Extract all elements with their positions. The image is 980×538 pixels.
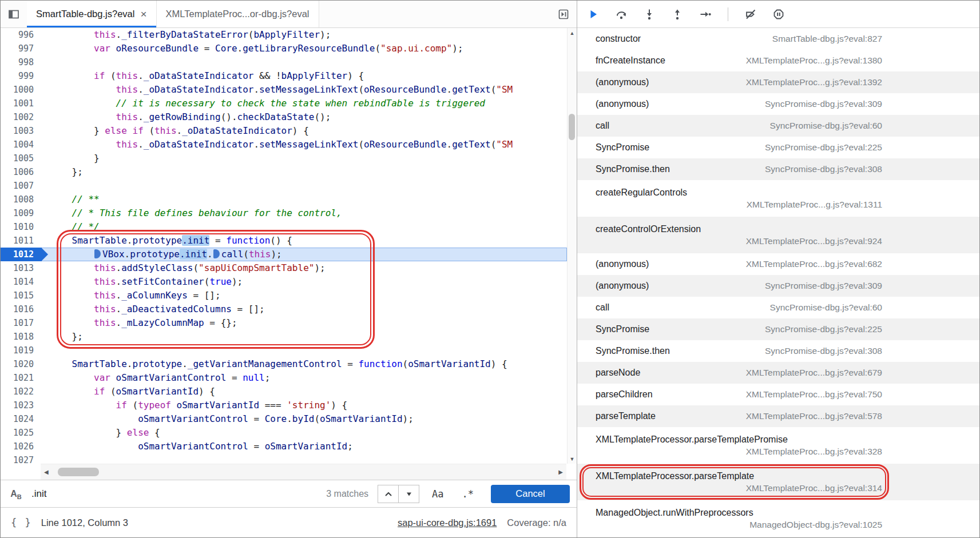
line-number[interactable]: 1005 xyxy=(1,152,42,165)
resume-button[interactable] xyxy=(586,7,600,21)
code-text[interactable]: this._getRowBinding().checkDataState(); xyxy=(42,110,567,124)
stack-frame[interactable]: createControlOrExtensionXMLTemplateProc.… xyxy=(577,217,979,253)
code-text[interactable]: // * This file defines behaviour for the… xyxy=(42,206,567,220)
code-line[interactable]: 1008 // ** xyxy=(1,193,567,206)
code-text[interactable]: var oResourceBundle = Core.getLibraryRes… xyxy=(42,42,567,55)
line-number[interactable]: 1022 xyxy=(1,385,42,398)
inline-breakpoint-marker-icon[interactable] xyxy=(94,249,101,258)
line-number[interactable]: 999 xyxy=(1,69,42,83)
code-text[interactable]: var oSmartVariantControl = null; xyxy=(42,371,567,385)
step-out-button[interactable] xyxy=(670,7,684,21)
deactivate-breakpoints-button[interactable] xyxy=(744,7,757,21)
close-tab-icon[interactable]: × xyxy=(140,9,146,19)
code-text[interactable]: } else if (this._oDataStateIndicator) { xyxy=(42,124,567,138)
code-line[interactable]: 1004 this._oDataStateIndicator.setMessag… xyxy=(1,138,567,152)
code-text[interactable]: this._aColumnKeys = []; xyxy=(42,289,567,302)
code-line[interactable]: 1010 // */ xyxy=(1,220,567,234)
stack-frame[interactable]: constructorSmartTable-dbg.js?eval:827 xyxy=(577,28,979,50)
line-number[interactable]: 1025 xyxy=(1,426,42,440)
more-tabs-button[interactable] xyxy=(550,1,577,27)
code-line[interactable]: 1025 } else { xyxy=(1,426,567,440)
line-number[interactable]: 1020 xyxy=(1,357,42,371)
code-line[interactable]: 1023 if (typeof oSmartVariantId === 'str… xyxy=(1,398,567,412)
code-text[interactable]: this._aDeactivatedColumns = []; xyxy=(42,302,567,316)
code-line[interactable]: 1022 if (oSmartVariantId) { xyxy=(1,385,567,398)
line-number[interactable]: 1021 xyxy=(1,371,42,385)
scroll-up-arrow-icon[interactable]: ▲ xyxy=(568,28,577,38)
code-text[interactable]: this.setFitContainer(true); xyxy=(42,275,567,289)
line-number[interactable]: 1012 xyxy=(1,248,42,261)
code-line[interactable]: 1007 xyxy=(1,179,567,193)
code-line[interactable]: 1005 } xyxy=(1,152,567,165)
stack-frame[interactable]: parseChildrenXMLTemplateProc...bg.js?eva… xyxy=(577,384,979,405)
inline-breakpoint-marker-icon[interactable] xyxy=(213,249,220,258)
code-line[interactable]: 1014 this.setFitContainer(true); xyxy=(1,275,567,289)
code-line[interactable]: 1011 SmartTable.prototype.init = functio… xyxy=(1,234,567,248)
stack-frame[interactable]: SyncPromise.thenSyncPromise-dbg.js?eval:… xyxy=(577,340,979,362)
code-text[interactable]: // it is necessary to check the state wh… xyxy=(42,97,567,110)
code-line[interactable]: 996 this._filterByDataStateError(bApplyF… xyxy=(1,28,567,42)
tab-smarttable[interactable]: SmartTable-dbg.js?eval × xyxy=(27,1,157,27)
code-text[interactable]: // */ xyxy=(42,220,567,234)
code-line-current[interactable]: 1012 VBox.prototype.init.call(this); xyxy=(1,248,567,261)
code-line[interactable]: 1009 // * This file defines behaviour fo… xyxy=(1,206,567,220)
line-number[interactable]: 1004 xyxy=(1,138,42,152)
line-number[interactable]: 1006 xyxy=(1,165,42,179)
horizontal-scroll-thumb[interactable] xyxy=(58,468,99,476)
line-number[interactable]: 998 xyxy=(1,55,42,69)
line-number[interactable]: 1017 xyxy=(1,316,42,330)
line-number[interactable]: 1026 xyxy=(1,440,42,453)
vertical-scrollbar[interactable]: ▲ ▼ xyxy=(567,28,577,464)
horizontal-scroll-track[interactable]: ◀ ▶ xyxy=(41,464,566,480)
code-line[interactable]: 1027 xyxy=(1,453,567,464)
code-line[interactable]: 1016 this._aDeactivatedColumns = []; xyxy=(1,302,567,316)
line-number[interactable]: 1023 xyxy=(1,398,42,412)
line-number[interactable]: 1011 xyxy=(1,234,42,248)
line-number[interactable]: 1014 xyxy=(1,275,42,289)
find-input[interactable] xyxy=(31,488,319,500)
code-text[interactable]: this._oDataStateIndicator.setMessageLink… xyxy=(42,138,567,152)
stack-frame[interactable]: callSyncPromise-dbg.js?eval:60 xyxy=(577,297,979,318)
line-number[interactable]: 1001 xyxy=(1,97,42,110)
pretty-print-icon[interactable]: { } xyxy=(11,517,32,528)
code-line[interactable]: 1013 this.addStyleClass("sapUiCompSmartT… xyxy=(1,261,567,275)
line-number[interactable]: 1015 xyxy=(1,289,42,302)
code-line[interactable]: 1017 this._mLazyColumnMap = {}; xyxy=(1,316,567,330)
step-into-button[interactable] xyxy=(642,7,656,21)
line-number[interactable]: 1016 xyxy=(1,302,42,316)
toggle-navigator-button[interactable] xyxy=(1,1,27,27)
stack-frame[interactable]: SyncPromiseSyncPromise-dbg.js?eval:225 xyxy=(577,318,979,340)
code-line[interactable]: 1026 oSmartVariantControl = oSmartVarian… xyxy=(1,440,567,453)
stack-frame[interactable]: (anonymous)SyncPromise-dbg.js?eval:309 xyxy=(577,93,979,115)
code-text[interactable]: this._filterByDataStateError(bApplyFilte… xyxy=(42,28,567,42)
line-number[interactable]: 1008 xyxy=(1,193,42,206)
code-line[interactable]: 1015 this._aColumnKeys = []; xyxy=(1,289,567,302)
code-line[interactable]: 997 var oResourceBundle = Core.getLibrar… xyxy=(1,42,567,55)
code-line[interactable]: 1002 this._getRowBinding().checkDataStat… xyxy=(1,110,567,124)
code-line[interactable]: 1018 }; xyxy=(1,330,567,344)
code-text[interactable] xyxy=(42,344,567,357)
code-line[interactable]: 1003 } else if (this._oDataStateIndicato… xyxy=(1,124,567,138)
line-number[interactable]: 997 xyxy=(1,42,42,55)
code-text[interactable]: oSmartVariantControl = oSmartVariantId; xyxy=(42,440,567,453)
scroll-right-arrow-icon[interactable]: ▶ xyxy=(558,469,563,475)
scroll-down-arrow-icon[interactable]: ▼ xyxy=(568,454,577,464)
source-file-link[interactable]: sap-ui-core-dbg.js:1691 xyxy=(398,517,497,528)
stack-frame[interactable]: XMLTemplateProcessor.parseTemplatePromis… xyxy=(577,427,979,464)
tab-xmltemplateprocessor[interactable]: XMLTemplateProc...or-dbg.js?eval xyxy=(157,1,319,27)
stack-frame[interactable]: fnCreateInstanceXMLTemplateProc...g.js?e… xyxy=(577,50,979,71)
horizontal-scrollbar[interactable]: ◀ ▶ xyxy=(1,464,577,480)
code-line[interactable]: 998 xyxy=(1,55,567,69)
pause-on-exceptions-button[interactable] xyxy=(772,7,785,21)
code-text[interactable]: }; xyxy=(42,330,567,344)
line-number[interactable]: 996 xyxy=(1,28,42,42)
line-number[interactable]: 1010 xyxy=(1,220,42,234)
code-text[interactable]: } xyxy=(42,152,567,165)
vertical-scroll-thumb[interactable] xyxy=(569,114,575,140)
match-case-button[interactable]: Aa xyxy=(426,488,449,500)
line-number[interactable]: 1000 xyxy=(1,83,42,97)
code-line[interactable]: 999 if (this._oDataStateIndicator && !bA… xyxy=(1,69,567,83)
code-line[interactable]: 1006 }; xyxy=(1,165,567,179)
stack-frame[interactable]: callSyncPromise-dbg.js?eval:60 xyxy=(577,115,979,137)
code-text[interactable]: SmartTable.prototype._getVariantManageme… xyxy=(42,357,567,371)
